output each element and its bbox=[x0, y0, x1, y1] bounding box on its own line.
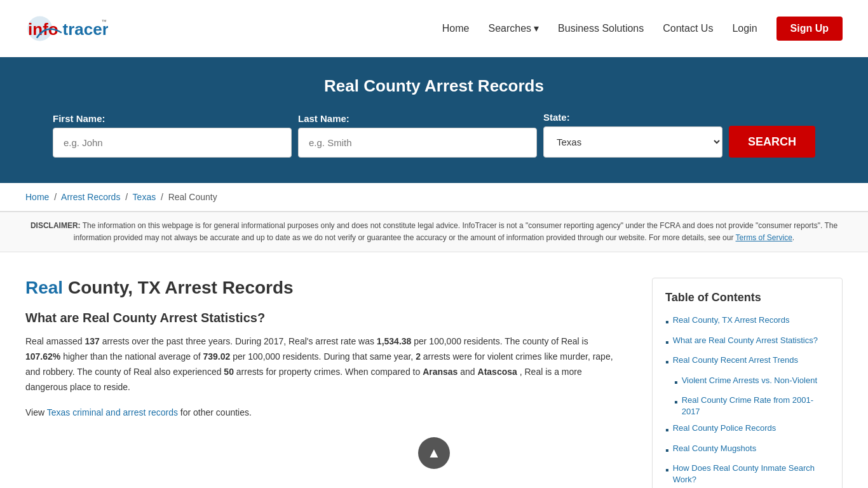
svg-text:™: ™ bbox=[101, 18, 106, 24]
toc-item-6: Real County Mugshots bbox=[665, 443, 829, 458]
toc-link-7[interactable]: How Does Real County Inmate Search Work? bbox=[673, 463, 829, 485]
article-content: Real County, TX Arrest Records What are … bbox=[25, 265, 639, 488]
toc-box: Table of Contents Real County, TX Arrest… bbox=[652, 278, 843, 488]
toc-item-2: What are Real County Arrest Statistics? bbox=[665, 335, 829, 349]
first-name-input[interactable] bbox=[53, 128, 292, 158]
disclaimer-text: The information on this webpage is for g… bbox=[74, 221, 837, 242]
toc-item-5: Real County Police Records bbox=[665, 423, 829, 437]
sidebar: Table of Contents Real County, TX Arrest… bbox=[639, 265, 843, 488]
last-name-group: Last Name: bbox=[298, 113, 537, 158]
site-header: info tracer ™ Home Searches ▾ Business S… bbox=[0, 0, 868, 57]
toc-subitem-2: Real County Crime Rate from 2001-2017 bbox=[674, 395, 829, 417]
last-name-label: Last Name: bbox=[298, 113, 537, 124]
stats-section-heading: What are Real County Arrest Statistics? bbox=[25, 311, 620, 325]
breadcrumb-real-county: Real County bbox=[168, 192, 217, 202]
toc-item-1: Real County, TX Arrest Records bbox=[665, 315, 829, 329]
search-form: First Name: Last Name: State: Texas Alab… bbox=[53, 112, 815, 158]
toc-link-sub-1[interactable]: Violent Crime Arrests vs. Non-Violent bbox=[682, 375, 817, 386]
hero-section: Real County Arrest Records First Name: L… bbox=[0, 57, 868, 183]
texas-records-link[interactable]: Texas criminal and arrest records bbox=[47, 407, 178, 417]
nav-contact-us[interactable]: Contact Us bbox=[663, 23, 713, 34]
last-name-input[interactable] bbox=[298, 128, 537, 158]
nav-searches[interactable]: Searches ▾ bbox=[488, 22, 539, 34]
breadcrumb-home[interactable]: Home bbox=[25, 192, 49, 202]
state-label: State: bbox=[543, 112, 722, 123]
toc-title: Table of Contents bbox=[665, 291, 829, 304]
toc-link-2[interactable]: What are Real County Arrest Statistics? bbox=[673, 335, 818, 346]
nav-home[interactable]: Home bbox=[442, 23, 470, 34]
view-records-paragraph: View Texas criminal and arrest records f… bbox=[25, 405, 620, 421]
breadcrumb-arrest-records[interactable]: Arrest Records bbox=[61, 192, 120, 202]
disclaimer-label: DISCLAIMER: bbox=[31, 221, 81, 230]
heading-highlight: Real bbox=[25, 278, 63, 297]
tos-link[interactable]: Terms of Service bbox=[736, 233, 792, 242]
hero-title: Real County Arrest Records bbox=[25, 76, 843, 96]
toc-item-3: Real County Recent Arrest Trends bbox=[665, 355, 829, 369]
chevron-down-icon: ▾ bbox=[534, 22, 539, 34]
breadcrumb-texas[interactable]: Texas bbox=[133, 192, 156, 202]
state-group: State: Texas Alabama Alaska Arizona Cali… bbox=[543, 112, 722, 158]
nav-signup-button[interactable]: Sign Up bbox=[776, 17, 843, 41]
disclaimer-bar: DISCLAIMER: The information on this webp… bbox=[0, 212, 868, 252]
search-button[interactable]: SEARCH bbox=[729, 126, 815, 158]
breadcrumb: Home / Arrest Records / Texas / Real Cou… bbox=[0, 183, 868, 212]
toc-link-sub-2[interactable]: Real County Crime Rate from 2001-2017 bbox=[682, 395, 829, 417]
first-name-label: First Name: bbox=[53, 113, 292, 124]
state-select[interactable]: Texas Alabama Alaska Arizona California … bbox=[543, 126, 722, 158]
toc-link-6[interactable]: Real County Mugshots bbox=[673, 443, 757, 454]
stats-paragraph: Real amassed 137 arrests over the past t… bbox=[25, 334, 620, 395]
toc-link-5[interactable]: Real County Police Records bbox=[673, 423, 776, 434]
article-heading: Real County, TX Arrest Records bbox=[25, 278, 620, 298]
nav-business-solutions[interactable]: Business Solutions bbox=[558, 23, 644, 34]
toc-list: Real County, TX Arrest Records What are … bbox=[665, 315, 829, 488]
main-nav: Home Searches ▾ Business Solutions Conta… bbox=[442, 17, 843, 41]
toc-link-1[interactable]: Real County, TX Arrest Records bbox=[673, 315, 790, 326]
toc-item-7: How Does Real County Inmate Search Work? bbox=[665, 463, 829, 485]
scroll-to-top-button[interactable]: ▲ bbox=[418, 437, 450, 469]
toc-link-3[interactable]: Real County Recent Arrest Trends bbox=[673, 355, 798, 366]
heading-rest: County, TX Arrest Records bbox=[63, 278, 294, 297]
logo[interactable]: info tracer ™ bbox=[25, 10, 108, 48]
first-name-group: First Name: bbox=[53, 113, 292, 158]
toc-subitem-1: Violent Crime Arrests vs. Non-Violent bbox=[674, 375, 829, 390]
nav-login[interactable]: Login bbox=[732, 23, 757, 34]
